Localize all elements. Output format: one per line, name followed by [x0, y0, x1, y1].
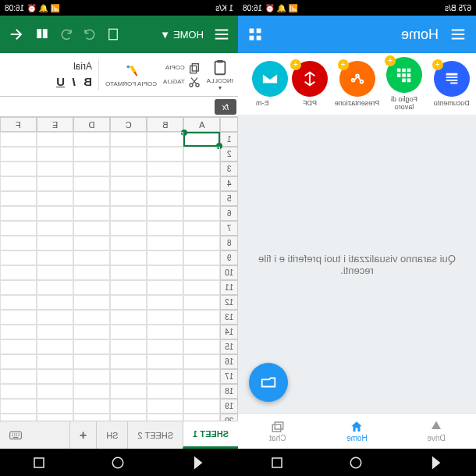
ribbon: INCOLLA ▾ COPIA TAGLIA COPIA FORMATO Ari…	[0, 53, 238, 97]
nav-recent[interactable]	[271, 456, 285, 470]
android-nav	[0, 449, 476, 476]
redo-icon[interactable]	[83, 27, 97, 41]
nav-back[interactable]	[428, 455, 444, 471]
fab-open[interactable]	[249, 363, 288, 402]
svg-point-18	[351, 457, 362, 468]
svg-rect-1	[250, 29, 254, 34]
italic-button[interactable]: I	[73, 75, 76, 88]
keyboard-button[interactable]	[0, 421, 31, 449]
paste-button[interactable]: INCOLLA ▾	[207, 59, 233, 91]
nav-home[interactable]	[112, 456, 126, 470]
bold-button[interactable]: B	[83, 75, 92, 88]
doc-type-strip: +Documento +Foglio di lavoro +Presentazi…	[238, 53, 476, 115]
net-speed: 1 K/s	[215, 4, 233, 12]
nav-recent[interactable]	[33, 456, 47, 470]
ribbon-home[interactable]: HOME ▼	[160, 29, 204, 41]
cut-button[interactable]: TAGLIA	[163, 76, 201, 88]
nav-home[interactable]	[350, 456, 364, 470]
new-pdf[interactable]: +PDF	[287, 61, 333, 108]
tab-home[interactable]: Home	[318, 414, 397, 449]
tab-chat[interactable]: Chat	[238, 414, 318, 449]
back-arrow-icon[interactable]	[8, 26, 25, 43]
undo-icon[interactable]	[59, 27, 73, 41]
new-document[interactable]: +Documento	[428, 61, 474, 108]
menu-icon[interactable]	[213, 26, 230, 43]
sheet-tab-1[interactable]: SHEET 1	[183, 421, 238, 449]
tab-drive[interactable]: Drive	[396, 414, 476, 449]
svg-rect-2	[257, 36, 261, 41]
clock: 16:08	[243, 4, 262, 12]
nav-back[interactable]	[190, 455, 206, 471]
add-sheet-button[interactable]: +	[69, 421, 96, 449]
sheet-header: HOME ▼	[0, 16, 238, 53]
home-header: Home	[238, 16, 476, 53]
svg-rect-3	[250, 36, 254, 41]
sheet-tab-3[interactable]: SH	[96, 421, 127, 449]
new-presentation[interactable]: +Presentazione	[334, 61, 380, 108]
svg-rect-0	[257, 29, 261, 34]
font-name[interactable]: Arial	[73, 61, 92, 72]
spreadsheet-grid[interactable]: ABCDEF1234567891011121314151617181920212…	[0, 117, 238, 421]
svg-rect-9	[109, 29, 118, 40]
empty-message: Qui saranno visualizzati i tuoi preferit…	[254, 253, 460, 276]
doc-icon[interactable]	[106, 27, 120, 41]
svg-rect-7	[275, 422, 283, 429]
menu-icon[interactable]	[449, 26, 467, 43]
copy-button[interactable]: COPIA	[163, 62, 201, 74]
clock: 16:08	[5, 4, 24, 12]
grid-icon[interactable]	[247, 27, 263, 42]
fx-icon[interactable]: fx	[215, 99, 236, 115]
svg-rect-21	[35, 458, 44, 467]
formula-bar[interactable]: fx	[0, 97, 238, 117]
svg-rect-19	[273, 458, 282, 467]
svg-rect-12	[192, 63, 198, 70]
net-speed: 675 B/s	[445, 4, 471, 12]
sheet-tab-2[interactable]: SHEET 2	[127, 421, 183, 449]
svg-rect-8	[272, 424, 281, 432]
home-body: Qui saranno visualizzati i tuoi preferit…	[238, 115, 476, 413]
svg-point-20	[113, 457, 124, 468]
svg-rect-10	[215, 61, 225, 74]
svg-rect-17	[10, 432, 22, 439]
home-bottom-tabs: Drive Home Chat	[238, 413, 476, 449]
book-icon[interactable]	[34, 27, 50, 42]
svg-rect-13	[190, 66, 196, 73]
new-email[interactable]: E-m	[240, 61, 286, 108]
home-title: Home	[274, 27, 439, 43]
svg-point-16	[126, 66, 130, 69]
new-spreadsheet[interactable]: +Foglio di lavoro	[382, 57, 428, 112]
folder-icon	[260, 374, 277, 391]
underline-button[interactable]: U	[56, 75, 65, 88]
format-painter-button[interactable]: COPIA FORMATO	[105, 62, 157, 87]
svg-rect-11	[217, 59, 222, 62]
sheet-tabs: SHEET 1 SHEET 2 SH +	[0, 421, 238, 449]
